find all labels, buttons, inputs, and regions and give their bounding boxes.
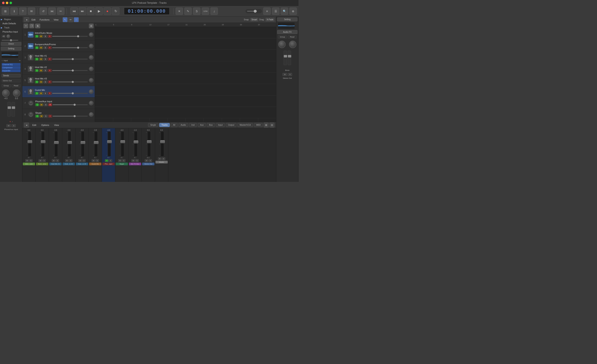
fader-handle-5[interactable] — [81, 141, 85, 144]
fader-track-6[interactable] — [94, 132, 98, 156]
play-button[interactable]: ▶ — [95, 8, 103, 15]
power-btn-5[interactable]: ⏻ — [35, 80, 39, 83]
fader-track-1[interactable] — [28, 132, 31, 156]
cycle-button[interactable]: ↻ — [112, 8, 119, 15]
fader-handle-1[interactable] — [28, 140, 32, 143]
mute-btn-track-4[interactable]: M — [39, 69, 43, 72]
count-in-button[interactable]: ✎ — [184, 8, 192, 15]
mixer-view-menu[interactable]: View — [52, 123, 61, 127]
mixer-s-1[interactable]: S — [29, 159, 32, 162]
add-track-button[interactable]: + — [24, 24, 28, 28]
mixer-m-6[interactable]: M — [92, 159, 95, 162]
mixer-s-8[interactable]: S — [122, 159, 125, 162]
power-btn-7[interactable]: ⏻ — [35, 103, 39, 106]
left-fader-handle-2[interactable] — [284, 55, 287, 57]
lane-6[interactable] — [95, 84, 276, 95]
mixer-s-5[interactable]: S — [82, 159, 85, 162]
fader-track-10[interactable] — [147, 132, 151, 156]
solo-btn-track-3[interactable]: S — [44, 58, 47, 61]
fader-handle-11[interactable] — [160, 140, 165, 143]
cut-button[interactable]: ✂ — [57, 8, 64, 15]
close-button[interactable] — [2, 2, 5, 4]
master-volume[interactable] — [245, 9, 262, 13]
help-button[interactable]: ? — [19, 8, 27, 15]
fader-track-3[interactable] — [55, 132, 58, 156]
volume-handle-8[interactable] — [74, 115, 76, 117]
track-knob-1[interactable] — [89, 32, 94, 37]
channel-strip-button[interactable]: ✉ — [28, 8, 35, 15]
region-arrow[interactable]: ▶ — [1, 18, 2, 21]
fader-handle-3[interactable] — [54, 141, 59, 144]
sends-button[interactable]: Sends — [2, 74, 21, 77]
fader-track-8[interactable] — [121, 132, 124, 156]
mute-btn-track-2[interactable]: M — [39, 46, 43, 49]
all-tab[interactable]: All — [171, 123, 177, 127]
pan-knob-2[interactable] — [278, 41, 286, 48]
fader-track-2[interactable] — [41, 132, 45, 156]
volume-handle-1[interactable] — [77, 35, 79, 37]
mute-btn-track-1[interactable]: M — [39, 35, 43, 38]
lane-5[interactable] — [95, 73, 276, 84]
left-fader-2[interactable] — [283, 51, 287, 65]
fader-handle-6[interactable] — [94, 141, 98, 144]
mixer-s-9[interactable]: S — [135, 159, 139, 162]
volume-handle-4[interactable] — [72, 70, 74, 71]
midi-tab[interactable]: MIDI — [254, 123, 263, 127]
record-btn-7[interactable]: R — [48, 103, 52, 106]
pointer-tool[interactable]: ↖ — [63, 17, 68, 22]
tempo-button[interactable]: 1234 — [202, 8, 209, 15]
power-btn-3[interactable]: ⏻ — [35, 58, 39, 61]
volume-handle-3[interactable] — [72, 58, 74, 60]
fast-forward-button[interactable]: ⏭ — [79, 8, 86, 15]
solo-btn-track-5[interactable]: S — [44, 80, 47, 83]
tracks-tab[interactable]: Tracks — [159, 123, 170, 127]
mixer-m-3[interactable]: M — [52, 159, 55, 162]
group-button-2[interactable]: Group — [278, 35, 287, 39]
fader-handle-2[interactable] — [41, 140, 45, 143]
record-btn-3[interactable]: R — [48, 58, 52, 61]
mute-btn-track-7[interactable]: M — [39, 103, 43, 106]
duplicate-track-button[interactable]: ❐ — [29, 24, 34, 28]
minimize-button[interactable] — [6, 2, 8, 4]
lane-4[interactable] — [95, 61, 276, 73]
mixer-edit-menu[interactable]: Edit — [31, 123, 38, 127]
track-knob-8[interactable] — [89, 112, 94, 117]
fader-track-5[interactable] — [81, 132, 84, 156]
mixer-back-button[interactable]: ◂ — [24, 123, 29, 127]
volume-slider-4[interactable] — [52, 70, 88, 71]
power-btn-2[interactable]: ⏻ — [35, 46, 39, 49]
back-button[interactable]: ◂ — [24, 17, 29, 22]
fader-track-9[interactable] — [134, 132, 137, 156]
lane-8[interactable] — [95, 107, 276, 118]
expander-insert[interactable]: Expander — [2, 69, 21, 72]
fader-handle-4[interactable] — [67, 141, 72, 144]
track-knob-5[interactable] — [89, 78, 94, 83]
solo-btn-track-6[interactable]: S — [44, 92, 47, 95]
drag-select[interactable]: X-Fade — [266, 18, 275, 21]
mixer-s-10[interactable]: S — [149, 159, 152, 162]
track-knob-4[interactable] — [89, 67, 94, 71]
right-fader-handle-2[interactable] — [288, 55, 291, 57]
power-btn-8[interactable]: ⏻ — [35, 115, 39, 118]
mixer-m-1[interactable]: M — [25, 159, 29, 162]
compressor-insert[interactable]: Compressor — [2, 66, 21, 69]
track-knob-7[interactable] — [89, 101, 94, 105]
fader-handle-7[interactable] — [107, 140, 112, 143]
volume-handle-2[interactable] — [77, 47, 79, 49]
input-tab[interactable]: Input — [216, 123, 225, 127]
mute-btn-track-6[interactable]: M — [39, 92, 43, 95]
volume-slider-1[interactable] — [52, 36, 88, 37]
mixer-s-7[interactable]: S — [109, 159, 112, 162]
snap-select[interactable]: Smart — [251, 18, 258, 21]
right-fader[interactable] — [12, 102, 15, 117]
mixer-layout-button[interactable]: ⊟ — [269, 123, 275, 127]
edit-menu[interactable]: Edit — [30, 18, 37, 21]
mute-btn-track-8[interactable]: M — [39, 115, 43, 118]
volume-slider-6[interactable] — [52, 93, 88, 94]
lane-3[interactable] — [95, 50, 276, 61]
master-vca-tab[interactable]: Master/VCA — [237, 123, 253, 127]
volume-big-knob-2[interactable] — [289, 41, 296, 48]
mute-btn-track-3[interactable]: M — [39, 58, 43, 61]
inspector-slider[interactable] — [2, 40, 18, 41]
lane-2[interactable] — [95, 38, 276, 50]
